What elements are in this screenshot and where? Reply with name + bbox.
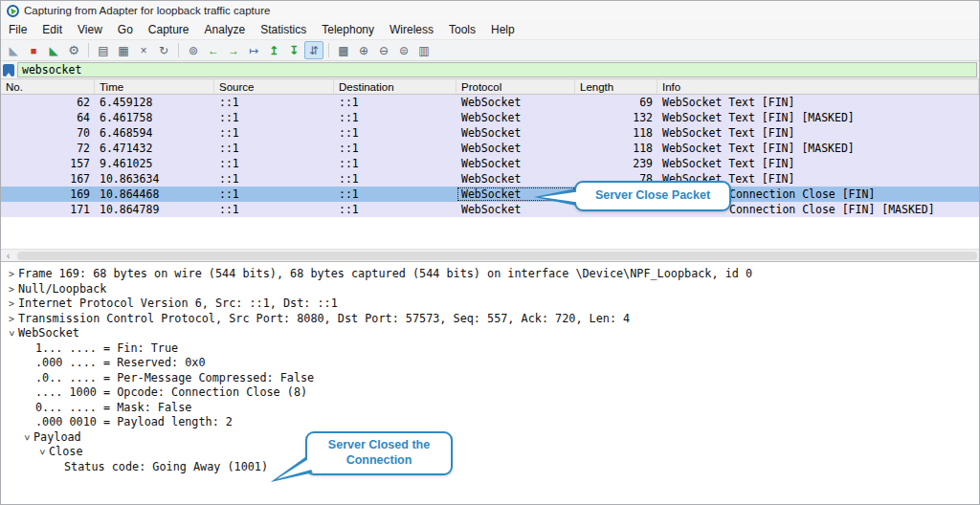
menu-capture[interactable]: Capture bbox=[141, 20, 197, 39]
reload-icon[interactable]: ↻ bbox=[154, 41, 173, 59]
packet-row-72[interactable]: 72 6.471432 ::1 ::1 WebSocket 118 WebSoc… bbox=[1, 141, 979, 156]
cell-info: WebSocket Text [FIN] [MASKED] bbox=[657, 110, 979, 125]
detail-close[interactable]: Close bbox=[32, 445, 979, 460]
packet-row-70[interactable]: 70 6.468594 ::1 ::1 WebSocket 118 WebSoc… bbox=[1, 125, 979, 141]
detail-status-code[interactable]: Status code: Going Away (1001) bbox=[1, 460, 979, 475]
menu-help[interactable]: Help bbox=[483, 20, 523, 39]
detail-opcode[interactable]: .... 1000 = Opcode: Connection Close (8) bbox=[1, 385, 979, 401]
menu-analyze[interactable]: Analyze bbox=[197, 20, 254, 39]
restart-capture-icon[interactable]: ◣ bbox=[44, 41, 63, 59]
column-header-length[interactable]: Length bbox=[575, 79, 657, 94]
toolbar-separator bbox=[328, 43, 329, 57]
detail-reserved-bits[interactable]: .000 .... = Reserved: 0x0 bbox=[1, 356, 979, 371]
colorize-icon[interactable]: ▩ bbox=[334, 41, 353, 59]
packet-row-62[interactable]: 62 6.459128 ::1 ::1 WebSocket 69 WebSock… bbox=[1, 95, 979, 110]
detail-payload-length[interactable]: .000 0010 = Payload length: 2 bbox=[1, 415, 979, 430]
expander-expanded-icon[interactable] bbox=[35, 445, 49, 460]
callout-tail bbox=[541, 191, 581, 203]
cell-info: WebSocket Text [FIN] [MASKED] bbox=[657, 141, 979, 156]
start-capture-icon[interactable]: ◣ bbox=[4, 41, 23, 59]
expander-collapsed-icon[interactable] bbox=[5, 312, 18, 327]
menu-wireless[interactable]: Wireless bbox=[382, 20, 441, 39]
menu-telephony[interactable]: Telephony bbox=[314, 20, 382, 39]
cell-source: ::1 bbox=[214, 171, 334, 187]
go-forward-icon[interactable]: → bbox=[224, 41, 243, 59]
close-file-icon[interactable]: × bbox=[134, 41, 153, 59]
menu-bar: File Edit View Go Capture Analyze Statis… bbox=[1, 20, 979, 39]
resize-columns-icon[interactable]: ▥ bbox=[414, 41, 434, 59]
scroll-left-icon[interactable] bbox=[1, 250, 15, 262]
menu-go[interactable]: Go bbox=[110, 20, 141, 39]
cell-protocol: WebSocket bbox=[457, 125, 575, 141]
cell-source: ::1 bbox=[214, 187, 334, 202]
expander-collapsed-icon[interactable] bbox=[5, 296, 18, 312]
menu-file[interactable]: File bbox=[1, 20, 34, 39]
cell-length: 239 bbox=[575, 156, 657, 171]
save-file-icon[interactable]: ▦ bbox=[114, 41, 133, 59]
go-first-packet-icon[interactable]: ↥ bbox=[264, 41, 283, 59]
cell-time: 10.863634 bbox=[95, 171, 214, 187]
go-back-icon[interactable]: ← bbox=[204, 41, 223, 59]
detail-websocket[interactable]: WebSocket bbox=[1, 326, 979, 341]
capture-options-icon[interactable]: ⚙ bbox=[64, 41, 83, 59]
packet-list: 62 6.459128 ::1 ::1 WebSocket 69 WebSock… bbox=[1, 95, 979, 217]
scrollbar-thumb[interactable] bbox=[17, 252, 977, 260]
detail-text: Status code: Going Away (1001) bbox=[64, 460, 268, 475]
packet-list-empty-area bbox=[1, 217, 979, 249]
display-filter-input[interactable] bbox=[17, 62, 977, 77]
detail-compressed-bit[interactable]: .0.. .... = Per-Message Compressed: Fals… bbox=[1, 371, 979, 386]
cell-no: 70 bbox=[1, 125, 95, 141]
cell-protocol: WebSocket bbox=[457, 110, 575, 125]
column-header-time[interactable]: Time bbox=[95, 79, 214, 94]
cell-no: 64 bbox=[1, 110, 95, 125]
cell-no: 62 bbox=[1, 95, 95, 110]
expander-expanded-icon[interactable] bbox=[20, 430, 33, 446]
detail-mask-bit[interactable]: 0... .... = Mask: False bbox=[1, 401, 979, 416]
expander-collapsed-icon[interactable] bbox=[5, 282, 18, 297]
expander-expanded-icon[interactable] bbox=[5, 326, 18, 341]
packet-row-171[interactable]: 171 10.864789 ::1 ::1 WebSocket Connecti… bbox=[1, 202, 979, 217]
go-last-packet-icon[interactable]: ↧ bbox=[284, 41, 303, 59]
stop-capture-icon[interactable]: ■ bbox=[24, 41, 43, 59]
menu-view[interactable]: View bbox=[70, 20, 110, 39]
cell-protocol: WebSocket bbox=[457, 141, 575, 156]
expander-collapsed-icon[interactable] bbox=[5, 267, 18, 282]
detail-text: Frame 169: 68 bytes on wire (544 bits), … bbox=[18, 267, 752, 282]
packet-row-64[interactable]: 64 6.461758 ::1 ::1 WebSocket 132 WebSoc… bbox=[1, 110, 979, 125]
cell-destination: ::1 bbox=[334, 141, 457, 156]
detail-ipv6[interactable]: Internet Protocol Version 6, Src: ::1, D… bbox=[1, 296, 979, 312]
detail-fin-bit[interactable]: 1... .... = Fin: True bbox=[1, 341, 979, 357]
column-header-no[interactable]: No. bbox=[1, 79, 95, 94]
detail-tcp[interactable]: Transmission Control Protocol, Src Port:… bbox=[1, 312, 979, 327]
column-header-info[interactable]: Info bbox=[657, 79, 979, 94]
column-header-protocol[interactable]: Protocol bbox=[457, 79, 575, 94]
menu-edit[interactable]: Edit bbox=[34, 20, 70, 39]
zoom-out-icon[interactable]: ⊖ bbox=[374, 41, 393, 59]
detail-text: .000 0010 = Payload length: 2 bbox=[35, 415, 233, 430]
find-packet-icon[interactable]: ⊚ bbox=[184, 41, 203, 59]
cell-time: 10.864789 bbox=[95, 202, 214, 217]
packet-row-157[interactable]: 157 9.461025 ::1 ::1 WebSocket 239 WebSo… bbox=[1, 156, 979, 171]
auto-scroll-icon[interactable]: ⇵ bbox=[304, 41, 323, 59]
column-header-source[interactable]: Source bbox=[214, 79, 334, 94]
go-to-packet-icon[interactable]: ↦ bbox=[244, 41, 263, 59]
menu-statistics[interactable]: Statistics bbox=[253, 20, 314, 39]
zoom-in-icon[interactable]: ⊕ bbox=[354, 41, 373, 59]
packet-list-header: No. Time Source Destination Protocol Len… bbox=[1, 79, 979, 95]
cell-time: 6.461758 bbox=[95, 110, 214, 125]
detail-null-loopback[interactable]: Null/Loopback bbox=[1, 282, 979, 297]
cell-no: 157 bbox=[1, 156, 95, 171]
menu-tools[interactable]: Tools bbox=[441, 20, 483, 39]
detail-frame[interactable]: Frame 169: 68 bytes on wire (544 bits), … bbox=[1, 267, 979, 282]
callout-server-closed-connection: Server Closed the Connection bbox=[305, 431, 453, 475]
cell-source: ::1 bbox=[214, 156, 334, 171]
packet-row-167[interactable]: 167 10.863634 ::1 ::1 WebSocket 78 WebSo… bbox=[1, 171, 979, 187]
packet-row-169-selected[interactable]: 169 10.864468 ::1 ::1 WebSocket Connecti… bbox=[1, 187, 979, 202]
open-file-icon[interactable]: ▤ bbox=[94, 41, 113, 59]
detail-payload[interactable]: Payload bbox=[16, 430, 979, 446]
horizontal-scrollbar[interactable] bbox=[1, 249, 979, 261]
main-toolbar: ◣ ■ ◣ ⚙ ▤ ▦ × ↻ ⊚ ← → ↦ ↥ ↧ ⇵ ▩ ⊕ ⊖ ⊜ ▥ bbox=[1, 39, 979, 61]
filter-bookmark-icon[interactable] bbox=[3, 64, 14, 77]
zoom-reset-icon[interactable]: ⊜ bbox=[394, 41, 413, 59]
column-header-destination[interactable]: Destination bbox=[334, 79, 457, 94]
